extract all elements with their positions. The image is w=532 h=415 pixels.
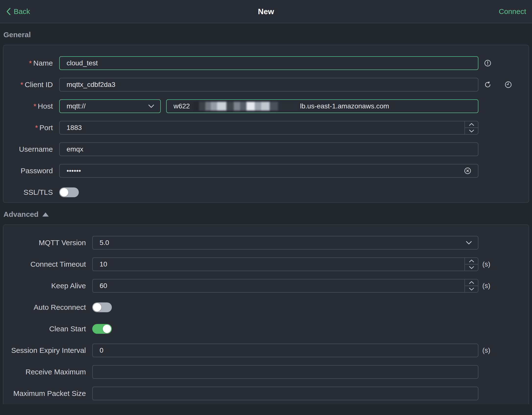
seconds-unit: (s) (482, 260, 490, 268)
password-label: Password (3, 167, 59, 175)
username-row: Username (3, 142, 529, 156)
host-protocol-select[interactable]: mqtt:// (59, 99, 161, 113)
host-value-suffix: lb.us-east-1.amazonaws.com (300, 102, 389, 110)
host-input[interactable]: w622 lb.us-east-1.amazonaws.com (166, 99, 478, 113)
history-clock-icon[interactable] (505, 81, 512, 88)
back-label: Back (14, 7, 30, 16)
auto-reconnect-toggle[interactable] (92, 302, 112, 312)
session-expiry-label: Session Expiry Interval (3, 346, 92, 355)
clean-start-label: Clean Start (3, 325, 92, 333)
ssl-label: SSL/TLS (3, 188, 59, 196)
required-marker: * (34, 102, 36, 110)
host-value-prefix: w622 (173, 102, 190, 110)
client-id-row: *Client ID (3, 78, 529, 92)
toggle-knob (103, 325, 111, 333)
mqtt-version-row: MQTT Version 5.0 (3, 236, 529, 250)
back-button[interactable]: Back (6, 7, 30, 16)
connect-timeout-input[interactable] (92, 257, 478, 271)
seconds-unit: (s) (482, 346, 490, 354)
required-marker: * (20, 81, 23, 89)
mqtt-version-value: 5.0 (100, 239, 109, 247)
connect-button[interactable]: Connect (499, 7, 526, 16)
maximum-packet-size-label: Maximum Packet Size (3, 389, 92, 398)
clean-start-toggle[interactable] (92, 324, 112, 334)
auto-reconnect-row: Auto Reconnect (3, 300, 529, 314)
port-label: *Port (3, 124, 59, 132)
collapse-caret-icon (42, 212, 49, 217)
advanced-section-heading[interactable]: Advanced (3, 210, 529, 219)
warning-circle-icon[interactable] (484, 60, 491, 67)
maximum-packet-size-row: Maximum Packet Size (3, 387, 529, 400)
username-input[interactable] (59, 142, 478, 156)
toggle-knob (93, 303, 101, 311)
seconds-unit: (s) (482, 282, 490, 290)
keep-alive-row: Keep Alive (s) (3, 279, 529, 293)
connect-timeout-stepper (464, 258, 478, 271)
stepper-down-button[interactable] (465, 286, 478, 292)
host-protocol-value: mqtt:// (67, 102, 86, 110)
chevron-down-icon (148, 104, 154, 108)
stepper-down-button[interactable] (465, 265, 478, 271)
connect-timeout-row: Connect Timeout (s) (3, 257, 529, 271)
name-input[interactable] (59, 56, 478, 70)
refresh-icon[interactable] (484, 81, 491, 88)
client-id-input[interactable] (59, 78, 478, 92)
password-row: Password (3, 164, 529, 178)
client-id-label: *Client ID (3, 81, 59, 89)
host-label: *Host (3, 102, 59, 110)
port-input[interactable] (59, 121, 478, 135)
session-expiry-input[interactable] (92, 344, 478, 357)
top-bar: Back New Connect (0, 0, 532, 23)
clean-start-row: Clean Start (3, 322, 529, 336)
chevron-left-icon (6, 7, 11, 16)
maximum-packet-size-input[interactable] (92, 387, 478, 400)
mqtt-version-label: MQTT Version (3, 239, 92, 247)
keep-alive-label: Keep Alive (3, 282, 92, 290)
connect-timeout-label: Connect Timeout (3, 260, 92, 268)
general-section-heading: General (3, 31, 529, 39)
clear-password-icon[interactable] (464, 167, 471, 174)
name-label: *Name (3, 59, 59, 67)
redacted-host-segment (194, 102, 299, 111)
advanced-card: MQTT Version 5.0 Connect Timeout (3, 224, 529, 404)
password-input[interactable] (59, 164, 478, 178)
mqtt-version-select[interactable]: 5.0 (92, 236, 478, 250)
keep-alive-stepper (464, 279, 478, 292)
general-card: *Name *Client ID (3, 45, 529, 203)
ssl-toggle[interactable] (59, 187, 79, 197)
username-label: Username (3, 145, 59, 153)
keep-alive-input[interactable] (92, 279, 478, 293)
port-stepper (464, 121, 478, 134)
host-row: *Host mqtt:// w622 lb.us-east-1.amazonaw… (3, 99, 529, 113)
required-marker: * (29, 59, 32, 67)
general-heading-label: General (3, 31, 31, 39)
session-expiry-row: Session Expiry Interval (s) (3, 344, 529, 357)
stepper-down-button[interactable] (465, 128, 478, 134)
receive-maximum-input[interactable] (92, 365, 478, 379)
form-area: General *Name *Client ID (0, 31, 532, 404)
name-row: *Name (3, 56, 529, 70)
receive-maximum-label: Receive Maximum (3, 368, 92, 376)
ssl-row: SSL/TLS (3, 185, 529, 199)
port-row: *Port (3, 121, 529, 135)
auto-reconnect-label: Auto Reconnect (3, 303, 92, 311)
stepper-up-button[interactable] (465, 279, 478, 286)
chevron-down-icon (466, 241, 472, 245)
advanced-heading-label: Advanced (3, 210, 38, 219)
toggle-knob (60, 188, 68, 196)
receive-maximum-row: Receive Maximum (3, 365, 529, 379)
page-title: New (258, 7, 274, 16)
stepper-up-button[interactable] (465, 258, 478, 265)
required-marker: * (35, 124, 38, 132)
stepper-up-button[interactable] (465, 121, 478, 128)
